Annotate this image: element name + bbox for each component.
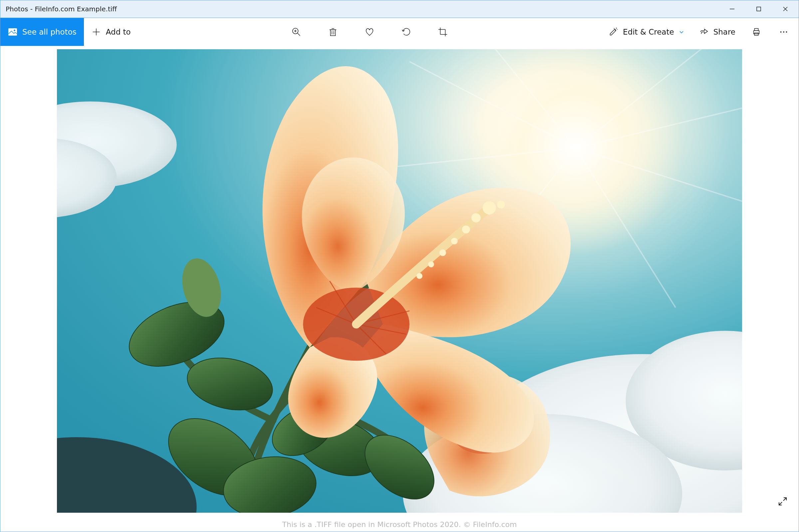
svg-point-62 (462, 226, 470, 233)
see-all-photos-label: See all photos (22, 27, 77, 36)
svg-rect-23 (755, 28, 758, 31)
svg-point-64 (451, 238, 458, 245)
print-icon (751, 27, 761, 37)
rotate-icon (401, 27, 411, 37)
svg-line-69 (779, 502, 782, 505)
svg-point-67 (416, 273, 423, 279)
svg-point-25 (780, 31, 782, 33)
svg-point-65 (440, 249, 446, 256)
add-to-label: Add to (106, 27, 131, 36)
more-icon (779, 27, 789, 37)
image-viewer[interactable] (0, 46, 799, 517)
expand-icon (778, 497, 787, 506)
see-all-photos-button[interactable]: See all photos (0, 18, 84, 46)
svg-line-9 (298, 33, 300, 36)
edit-create-button[interactable]: Edit & Create (601, 18, 691, 46)
zoom-button[interactable] (283, 18, 310, 46)
window-title: Photos - FileInfo.com Example.tiff (6, 5, 117, 13)
window-titlebar: Photos - FileInfo.com Example.tiff (0, 0, 799, 18)
caption-text: This is a .TIFF file open in Microsoft P… (282, 520, 517, 529)
svg-rect-24 (755, 33, 758, 36)
svg-line-68 (783, 498, 786, 501)
delete-button[interactable] (319, 18, 347, 46)
heart-icon (365, 27, 374, 37)
window-close-button[interactable] (772, 0, 799, 18)
svg-point-60 (483, 201, 496, 214)
svg-point-26 (783, 31, 784, 33)
trash-icon (328, 27, 338, 37)
crop-button[interactable] (429, 18, 457, 46)
edit-create-icon (608, 27, 618, 37)
svg-point-66 (428, 262, 434, 267)
edit-create-label: Edit & Create (623, 27, 674, 36)
maximize-icon (756, 6, 762, 12)
window-minimize-button[interactable] (719, 0, 745, 18)
share-button[interactable]: Share (691, 18, 743, 46)
window-maximize-button[interactable] (745, 0, 772, 18)
chevron-down-icon (679, 29, 684, 35)
fullscreen-button[interactable] (775, 494, 790, 509)
favorite-button[interactable] (356, 18, 383, 46)
svg-point-63 (497, 201, 505, 209)
toolbar: See all photos Add to Edit & Create (0, 18, 799, 46)
zoom-in-icon (291, 27, 301, 37)
displayed-image (57, 49, 742, 513)
svg-rect-1 (757, 7, 761, 11)
rotate-button[interactable] (392, 18, 420, 46)
more-button[interactable] (770, 18, 797, 46)
photos-icon (8, 27, 18, 37)
close-icon (782, 6, 788, 12)
share-icon (699, 27, 709, 37)
plus-icon (91, 27, 101, 37)
print-button[interactable] (743, 18, 770, 46)
minimize-icon (729, 6, 735, 12)
svg-point-61 (471, 213, 481, 223)
svg-rect-12 (330, 30, 335, 36)
svg-point-5 (14, 30, 15, 31)
add-to-button[interactable]: Add to (84, 18, 138, 46)
svg-point-27 (786, 31, 787, 33)
share-label: Share (713, 27, 736, 36)
crop-icon (438, 27, 448, 37)
footer-caption: This is a .TIFF file open in Microsoft P… (0, 517, 799, 532)
